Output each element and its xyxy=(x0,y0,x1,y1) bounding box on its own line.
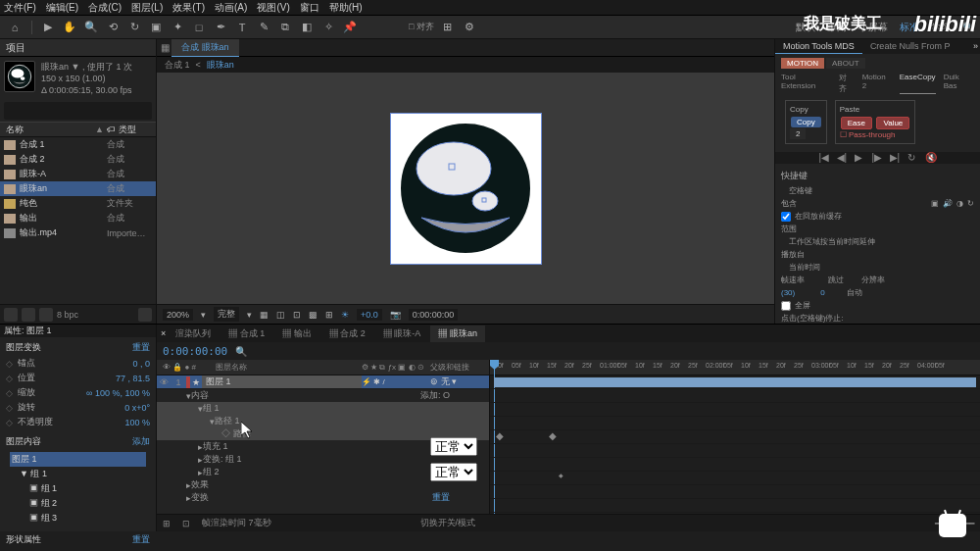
orbit-tool-icon[interactable]: ⟲ xyxy=(105,20,121,35)
project-item[interactable]: 纯色文件夹 xyxy=(0,196,156,211)
search-icon[interactable]: 🔍 xyxy=(235,346,247,357)
reset-link[interactable]: 重置 xyxy=(132,533,150,546)
roto-tool-icon[interactable]: ✧ xyxy=(320,20,336,35)
duik-tab[interactable]: Duik Bas xyxy=(944,73,974,94)
menu-view[interactable]: 视图(V) xyxy=(257,1,289,15)
tree-item[interactable]: ▣ 组 1 xyxy=(10,481,146,496)
grid-icon[interactable]: ▦ xyxy=(260,310,269,320)
camera-tool-icon[interactable]: ▣ xyxy=(148,20,164,35)
menu-edit[interactable]: 编辑(E) xyxy=(46,1,78,15)
project-item[interactable]: 输出.mp4Importe… xyxy=(0,225,156,240)
toggle-icon[interactable]: ⊞ xyxy=(163,519,171,528)
col-type[interactable]: 🏷 类型 xyxy=(107,124,156,136)
graph-icon[interactable]: ⊡ xyxy=(182,519,190,528)
add-link[interactable]: 添加 xyxy=(132,435,150,448)
mask-icon[interactable]: ◫ xyxy=(276,310,285,320)
zoom-tool-icon[interactable]: 🔍 xyxy=(83,20,99,35)
loop-icon[interactable]: ↻ xyxy=(907,152,919,164)
prev-frame-icon[interactable]: ◀| xyxy=(837,152,849,164)
next-frame-icon[interactable]: |▶ xyxy=(872,152,884,164)
project-item[interactable]: 合成 2合成 xyxy=(0,152,156,167)
new-comp-icon[interactable] xyxy=(39,308,53,322)
zoom-dropdown[interactable]: 200% xyxy=(163,309,193,321)
comp-tab[interactable]: 合成 眼珠an xyxy=(172,39,239,57)
sc-current[interactable]: 当前时间 xyxy=(781,261,974,274)
interpret-icon[interactable] xyxy=(4,308,18,322)
timeline-layer[interactable]: 👁1 ★ 图层 1 ⚡ ✱ / ⊚ 无 ▾ xyxy=(157,376,489,389)
stamp-tool-icon[interactable]: ⧉ xyxy=(277,20,293,35)
project-item[interactable]: 眼珠an合成 xyxy=(0,181,156,196)
tl-tab[interactable]: ▦ 输出 xyxy=(274,326,319,342)
tl-tab[interactable]: ▦ 眼珠an xyxy=(430,326,485,342)
audio-icon[interactable]: 🔊 xyxy=(943,199,953,208)
tl-sublayer[interactable]: ▸ 变换重置 xyxy=(157,491,489,504)
sc-cache[interactable]: 在回放前缓存 xyxy=(781,210,974,223)
pen-tool-icon[interactable]: ✒ xyxy=(213,20,228,35)
project-tab[interactable]: 项目 xyxy=(0,39,156,57)
menu-comp[interactable]: 合成(C) xyxy=(88,1,122,15)
home-icon[interactable]: ⌂ xyxy=(6,20,24,35)
tool-ext[interactable]: Tool Extension xyxy=(781,73,831,94)
timeline-tracks[interactable]: 00f05f10f15f20f25f01:00f05f10f15f20f25f0… xyxy=(490,360,980,514)
prop-anchor[interactable]: ◇锚点0 , 0 xyxy=(6,356,150,371)
project-item[interactable]: 输出合成 xyxy=(0,211,156,225)
channel-icon[interactable]: ⊡ xyxy=(293,310,301,320)
rotate-tool-icon[interactable]: ↻ xyxy=(126,20,142,35)
puppet-tool-icon[interactable]: 📌 xyxy=(342,20,358,35)
menu-anim[interactable]: 动画(A) xyxy=(215,1,247,15)
sc-fullscreen[interactable]: 全屏 xyxy=(781,299,974,312)
mute-icon[interactable]: 🔇 xyxy=(925,152,937,164)
canvas[interactable] xyxy=(390,113,542,265)
region-icon[interactable]: ⊞ xyxy=(325,310,333,320)
tl-sublayer[interactable]: ▸ 填充 1正常 xyxy=(157,440,489,453)
toggle-switches[interactable]: 切换开关/模式 xyxy=(420,517,476,529)
hand-tool-icon[interactable]: ✋ xyxy=(62,20,77,35)
last-frame-icon[interactable]: ▶| xyxy=(890,152,902,164)
ease-button[interactable]: Ease xyxy=(841,117,872,129)
menu-window[interactable]: 窗口 xyxy=(300,1,319,15)
loop-opt-icon[interactable]: ↻ xyxy=(967,199,974,208)
motion-tools-tab[interactable]: Motion Tools MDS xyxy=(775,39,862,54)
tl-tab[interactable]: ▦ 眼珠-A xyxy=(375,326,429,342)
sc-workarea[interactable]: 工作区域按当前时间延伸 xyxy=(781,235,974,248)
menu-layer[interactable]: 图层(L) xyxy=(131,1,163,15)
tl-sublayer[interactable]: ▾ 组 1 xyxy=(157,402,489,415)
align-tab[interactable]: 对齐 xyxy=(839,73,855,94)
overlay-icon[interactable]: ◑ xyxy=(956,199,963,208)
tree-item[interactable]: ▣ 组 3 xyxy=(10,511,146,526)
project-item[interactable]: 眼珠-A合成 xyxy=(0,167,156,181)
snapshot-icon[interactable]: 📷 xyxy=(390,310,401,320)
prop-position[interactable]: ◇位置77 , 81.5 xyxy=(6,371,150,385)
reset-link[interactable]: 重置 xyxy=(132,341,150,354)
tree-item[interactable]: ▣ 组 2 xyxy=(10,496,146,511)
motion2-tab[interactable]: Motion 2 xyxy=(862,73,892,94)
shape-tool-icon[interactable]: □ xyxy=(191,20,207,35)
eraser-tool-icon[interactable]: ◧ xyxy=(299,20,315,35)
prop-rotation[interactable]: ◇旋转0 x+0° xyxy=(6,400,150,415)
tl-tab[interactable]: 渲染队列 xyxy=(168,326,219,342)
snap-opt-icon[interactable]: ⊞ xyxy=(440,20,456,35)
breadcrumb-item[interactable]: 合成 1 xyxy=(165,59,190,72)
project-item[interactable]: 合成 1合成 xyxy=(0,137,156,152)
tree-item[interactable]: 图层 1 xyxy=(10,452,146,467)
time-ruler[interactable]: 00f05f10f15f20f25f01:00f05f10f15f20f25f0… xyxy=(490,360,980,376)
create-nulls-tab[interactable]: Create Nulls From P xyxy=(862,39,958,54)
trash-icon[interactable] xyxy=(138,308,152,322)
anchor-tool-icon[interactable]: ✦ xyxy=(170,20,185,35)
first-frame-icon[interactable]: |◀ xyxy=(819,152,831,164)
selection-tool-icon[interactable]: ▶ xyxy=(40,20,56,35)
exposure-icon[interactable]: ☀ xyxy=(341,310,349,320)
transparency-icon[interactable]: ▩ xyxy=(309,310,318,320)
menu-help[interactable]: 帮助(H) xyxy=(329,1,363,15)
prop-opacity[interactable]: ◇不透明度100 % xyxy=(6,415,150,429)
tl-tab[interactable]: ▦ 合成 2 xyxy=(321,326,373,342)
tl-sublayer[interactable]: ▸ 组 2正常 xyxy=(157,466,489,478)
menu-effect[interactable]: 效果(T) xyxy=(172,1,205,15)
about-subtab[interactable]: ABOUT xyxy=(826,58,865,69)
tl-sublayer[interactable]: ▾ 内容添加: O xyxy=(157,389,489,402)
tree-item[interactable]: ▼ 组 1 xyxy=(10,467,146,481)
text-tool-icon[interactable]: T xyxy=(234,20,250,35)
project-search[interactable] xyxy=(4,102,152,120)
menu-file[interactable]: 文件(F) xyxy=(4,1,36,15)
exposure-value[interactable]: +0.0 xyxy=(357,309,382,321)
